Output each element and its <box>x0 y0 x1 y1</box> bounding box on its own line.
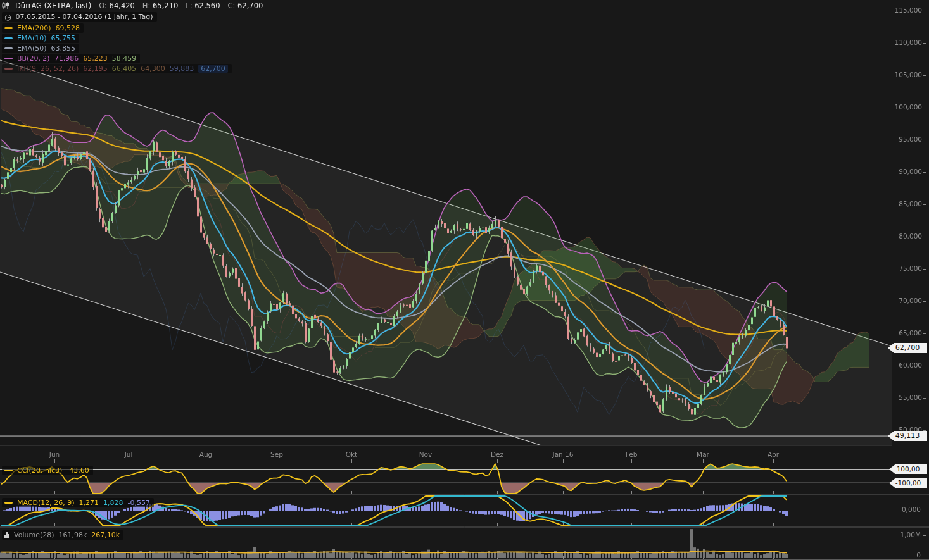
price-axis-label: 95,000 <box>889 135 922 143</box>
month-axis-label: Jul <box>115 451 142 458</box>
last-price-tag: 62,700 <box>888 343 927 353</box>
ema50-swatch-icon <box>4 47 13 49</box>
bollinger-upper-value: 71,986 <box>54 54 79 63</box>
month-axis-label: Dez <box>483 451 511 458</box>
month-axis-label: Jan 16 <box>549 451 577 458</box>
bollinger-mid-value: 65,223 <box>83 54 108 63</box>
price-axis-label: 100,000 <box>889 103 922 111</box>
volume-last-value: 161,98k <box>59 531 87 539</box>
bollinger-lower-value: 58,459 <box>112 54 137 63</box>
legend-ema200[interactable]: EMA(200) 69,528 <box>2 23 84 33</box>
low-value: 62,560 <box>194 1 220 10</box>
month-axis-label: Sep <box>263 451 291 458</box>
legend-cci[interactable]: CCI(20, hlc3) -43,60 <box>2 466 93 475</box>
cci-swatch-icon <box>4 470 13 471</box>
volume-ma-value: 267,10k <box>91 531 120 539</box>
price-axis-label: 65,000 <box>889 329 922 337</box>
legend-ema10[interactable]: EMA(10) 65,755 <box>2 34 79 43</box>
ema10-swatch-icon <box>4 37 13 39</box>
period-label: 07.05.2015 - 07.04.2016 (1 Jahr, 1 Tag) <box>15 13 153 21</box>
bollinger-label: BB(20, 2) <box>17 54 50 63</box>
ichimoku-kijun-value: 66,405 <box>112 65 137 73</box>
ichimoku-senkou-b-value: 59,883 <box>170 65 194 73</box>
close-value: 62,700 <box>237 1 263 10</box>
ichimoku-label: IKH(9, 26, 52, 26) <box>17 65 79 73</box>
price-axis-label: 90,000 <box>889 168 922 175</box>
volume-bars-icon <box>4 532 9 538</box>
month-axis-label: Mär <box>689 451 717 458</box>
ema200-value: 69,528 <box>56 24 80 32</box>
ichimoku-chikou-value: 62,700 <box>198 65 228 73</box>
price-axis-label: 115,000 <box>889 6 922 14</box>
chart-canvas[interactable] <box>0 0 929 560</box>
month-axis-label: Feb <box>617 451 645 458</box>
trading-chart-window: DürrAG (XETRA, last) O: 64,420 H: 65,210… <box>0 0 929 560</box>
month-axis-label: Okt <box>338 451 365 458</box>
price-axis-label: 80,000 <box>889 232 922 240</box>
month-axis-label: Nov <box>412 451 439 458</box>
volume-0-axis-label: 0 <box>888 551 921 559</box>
high-label: H: <box>142 1 151 10</box>
macd-swatch-icon <box>4 502 13 504</box>
price-axis-label: 55,000 <box>889 394 922 401</box>
legend-ichimoku[interactable]: IKH(9, 26, 52, 26) 62,195 66,405 64,300 … <box>2 64 232 73</box>
ichimoku-tenkan-value: 62,195 <box>83 65 108 73</box>
macd-hist-value: -0,557 <box>128 499 150 507</box>
price-axis-label: 60,000 <box>889 361 922 369</box>
open-value: 64,420 <box>110 1 135 10</box>
cci-label: CCI(20, hlc3) <box>17 466 62 475</box>
cci-upper-band-tag: 100,00 <box>889 464 927 474</box>
ema10-label: EMA(10) <box>17 34 47 42</box>
macd-signal-value: 1,828 <box>103 499 123 507</box>
legend-macd[interactable]: MACD(12, 26, 9) 1,271 1,828 -0,557 <box>2 498 154 507</box>
bollinger-swatch-icon <box>4 58 13 59</box>
month-axis-label: Apr <box>759 451 787 458</box>
close-label: C: <box>228 1 236 10</box>
high-value: 65,210 <box>153 1 178 10</box>
macd-zero-axis-label: 0,000 <box>888 506 921 513</box>
period-selector[interactable]: ◷ 07.05.2015 - 07.04.2016 (1 Jahr, 1 Tag… <box>2 12 157 22</box>
candlestick-icon <box>2 2 10 9</box>
clock-icon: ◷ <box>4 14 11 20</box>
price-axis-label: 105,000 <box>889 71 922 78</box>
ema200-swatch-icon <box>4 27 13 29</box>
price-axis-label: 110,000 <box>889 39 922 46</box>
month-axis-label: Jun <box>41 451 68 458</box>
price-axis-label: 70,000 <box>889 297 922 304</box>
ichimoku-senkou-a-value: 64,300 <box>141 65 165 73</box>
support-price-tag: 49,113 <box>888 431 927 441</box>
open-label: O: <box>99 1 107 10</box>
ichimoku-swatch-icon <box>4 68 13 70</box>
ema50-value: 63,855 <box>51 44 76 53</box>
legend-bollinger[interactable]: BB(20, 2) 71,986 65,223 58,459 <box>2 54 140 63</box>
month-axis-label: Aug <box>192 451 220 458</box>
ema50-label: EMA(50) <box>17 44 47 53</box>
volume-1m-axis-label: 1,00M <box>888 531 921 538</box>
cci-value: -43,60 <box>66 466 89 475</box>
price-axis-label: 85,000 <box>889 200 922 208</box>
legend-volume[interactable]: Volume(28) 161,98k 267,10k <box>2 530 123 540</box>
instrument-title: DürrAG (XETRA, last) <box>15 1 91 10</box>
price-axis-label: 75,000 <box>889 264 922 272</box>
cci-lower-band-tag: -100,00 <box>889 478 927 488</box>
volume-label: Volume(28) <box>14 531 54 539</box>
macd-value: 1,271 <box>79 499 99 507</box>
ema200-label: EMA(200) <box>17 24 51 32</box>
instrument-header: DürrAG (XETRA, last) O: 64,420 H: 65,210… <box>2 1 263 10</box>
low-label: L: <box>186 1 192 10</box>
ema10-value: 65,755 <box>51 34 76 42</box>
macd-label: MACD(12, 26, 9) <box>17 499 75 507</box>
legend-ema50[interactable]: EMA(50) 63,855 <box>2 44 79 53</box>
